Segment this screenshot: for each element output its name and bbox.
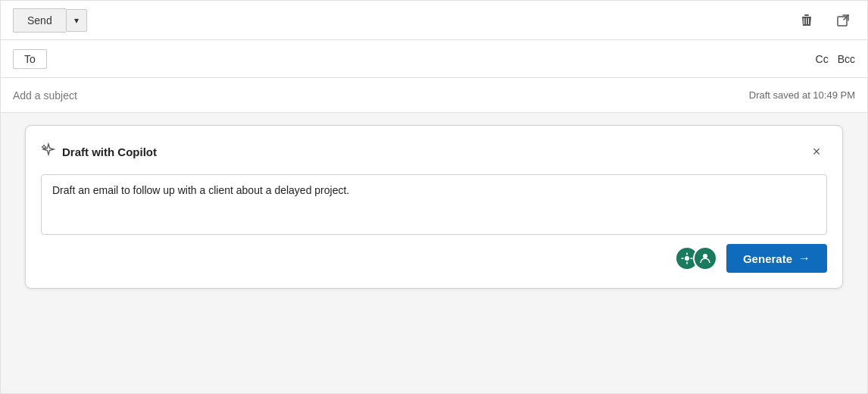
to-row: To Cc Bcc [1,40,867,78]
subject-row: Draft saved at 10:49 PM [1,78,867,113]
subject-input[interactable] [13,89,734,102]
to-input[interactable] [53,53,816,65]
copilot-header: Draft with Copilot × [41,141,827,162]
copilot-sparkle-icon [41,142,56,161]
popout-button[interactable] [831,8,855,33]
copilot-avatars [675,246,717,270]
send-button[interactable]: Send [13,8,66,33]
svg-point-2 [703,254,707,258]
compose-body: Draft with Copilot × Draft an email to f… [1,113,867,393]
copilot-footer: Generate → [41,244,827,273]
send-dropdown-button[interactable]: ▾ [66,9,87,32]
trash-icon [799,13,814,28]
to-field-button[interactable]: To [13,49,47,69]
cc-button[interactable]: Cc [816,53,829,65]
svg-point-1 [685,256,689,261]
generate-button[interactable]: Generate → [726,244,827,273]
generate-label: Generate [743,252,792,265]
generate-arrow-icon: → [798,252,810,265]
copilot-prompt-text: Draft an email to follow up with a clien… [52,184,349,196]
email-compose-window: Send ▾ To Cc Bcc [0,0,868,394]
toolbar-left: Send ▾ [13,8,87,33]
draft-saved-status: Draft saved at 10:49 PM [749,89,855,101]
copilot-avatar-user [693,246,717,270]
compose-toolbar: Send ▾ [1,1,867,40]
copilot-panel: Draft with Copilot × Draft an email to f… [25,125,843,289]
cc-bcc-area: Cc Bcc [816,53,855,65]
bcc-button[interactable]: Bcc [838,53,855,65]
copilot-title: Draft with Copilot [62,145,157,158]
chevron-down-icon: ▾ [74,15,79,26]
popout-icon [835,13,851,28]
toolbar-right [795,8,855,33]
copilot-title-area: Draft with Copilot [41,142,157,161]
delete-button[interactable] [795,8,819,33]
copilot-prompt-area[interactable]: Draft an email to follow up with a clien… [41,174,827,235]
copilot-close-button[interactable]: × [806,141,827,162]
